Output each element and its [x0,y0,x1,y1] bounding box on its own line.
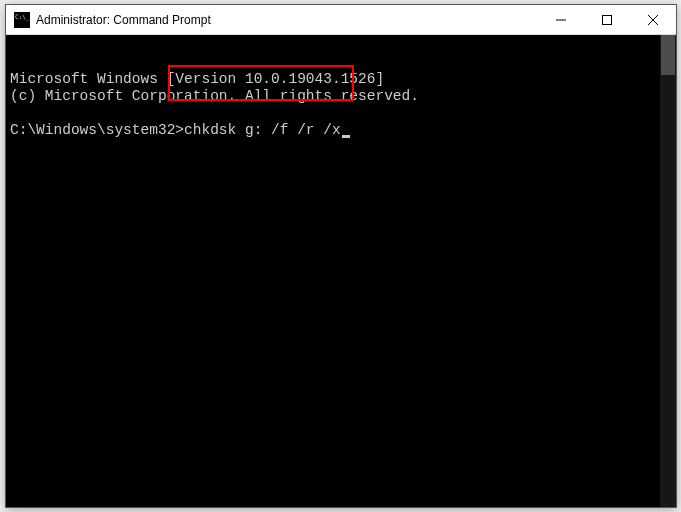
maximize-button[interactable] [584,5,630,34]
close-icon [648,15,658,25]
close-button[interactable] [630,5,676,34]
prompt-text: C:\Windows\system32> [10,122,184,138]
version-line: Microsoft Windows [Version 10.0.19043.15… [10,71,672,88]
maximize-icon [602,15,612,25]
blank-line [10,105,672,122]
svg-rect-1 [603,15,612,24]
window-controls [538,5,676,34]
cursor [342,135,350,138]
terminal-body[interactable]: Microsoft Windows [Version 10.0.19043.15… [6,35,676,507]
minimize-icon [556,15,566,25]
scrollbar[interactable] [660,35,676,507]
titlebar[interactable]: Administrator: Command Prompt [6,5,676,35]
scrollbar-thumb[interactable] [661,35,675,75]
window-title: Administrator: Command Prompt [36,13,538,27]
copyright-line: (c) Microsoft Corporation. All rights re… [10,88,672,105]
command-prompt-window: Administrator: Command Prompt Microsoft … [5,4,677,508]
prompt-line: C:\Windows\system32>chkdsk g: /f /r /x [10,122,672,139]
terminal-content: Microsoft Windows [Version 10.0.19043.15… [6,35,676,175]
minimize-button[interactable] [538,5,584,34]
cmd-icon [14,12,30,28]
command-text: chkdsk g: /f /r /x [184,122,341,138]
